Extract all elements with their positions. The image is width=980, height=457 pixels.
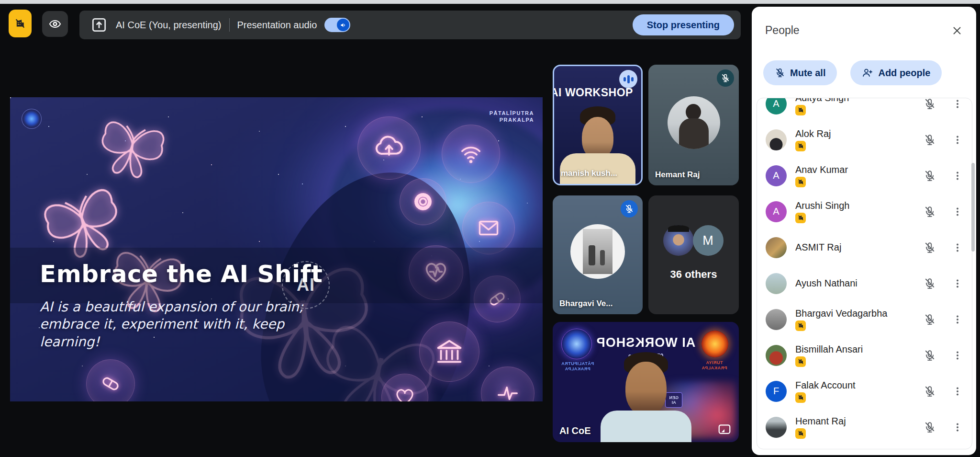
participant-mic-off-button[interactable] <box>923 277 936 290</box>
device-grid-off-badge <box>795 320 806 331</box>
avatar <box>766 417 787 438</box>
device-grid-off-icon <box>797 106 804 114</box>
participant-more-options-button[interactable] <box>951 277 964 290</box>
participant-name: Alok Raj <box>795 128 831 139</box>
participant-row[interactable]: F Falak Account <box>757 373 972 409</box>
participant-more-options-button[interactable] <box>951 349 964 362</box>
participant-mic-off-button[interactable] <box>923 241 936 254</box>
close-panel-button[interactable] <box>948 22 966 39</box>
participant-row[interactable]: Alok Raj <box>757 122 972 158</box>
close-icon <box>951 25 963 36</box>
participant-name: Bismillah Ansari <box>795 344 863 355</box>
participant-more-options-button[interactable] <box>951 421 964 434</box>
stop-presenting-button[interactable]: Stop presenting <box>633 14 734 35</box>
wifi-icon <box>442 125 500 183</box>
video-tile-manish[interactable]: AI WORKSHOP manish kush... <box>553 65 643 185</box>
participant-more-options-button[interactable] <box>951 169 964 183</box>
gear-icon <box>400 178 446 225</box>
divider <box>229 18 230 32</box>
presenting-source-label: AI CoE (You, presenting) <box>116 20 222 31</box>
participant-name: Arushi Singh <box>795 200 849 211</box>
video-tile-hemant[interactable]: Hemant Raj <box>648 65 739 185</box>
list-scrollbar-thumb[interactable] <box>971 163 975 251</box>
device-grid-off-icon <box>797 322 804 329</box>
avatar: A <box>766 98 787 114</box>
slide-logo <box>22 109 42 129</box>
participant-name: Bhargavi Vedagarbha <box>795 308 887 319</box>
device-grid-off-icon <box>797 178 804 185</box>
participant-row[interactable]: Hemant Raj <box>757 409 972 445</box>
participant-row[interactable]: A Aditya Singh <box>757 98 972 122</box>
participant-name: Falak Account <box>795 380 856 391</box>
overflow-tile-others[interactable]: M 36 others <box>648 195 739 314</box>
mic-off-icon <box>924 134 936 146</box>
participant-more-options-button[interactable] <box>951 241 964 254</box>
participant-mic-off-button[interactable] <box>923 169 936 183</box>
avatar-initial: M <box>693 225 724 256</box>
participant-more-options-button[interactable] <box>951 313 964 326</box>
avatar-stack: M <box>663 225 724 257</box>
slide-title: Embrace the AI Shift <box>40 260 323 288</box>
mic-off-icon <box>924 170 936 182</box>
avatar <box>766 129 787 150</box>
more-vertical-icon <box>952 278 963 289</box>
device-grid-off-icon <box>14 17 26 30</box>
turiya-prakalpa-logo <box>702 331 728 357</box>
device-grid-off-icon <box>797 394 804 401</box>
device-grid-off-icon <box>797 358 804 365</box>
bank-icon <box>419 321 479 382</box>
participant-mic-off-button[interactable] <box>923 421 936 434</box>
device-grid-off-badge <box>795 213 806 223</box>
participant-mic-off-button[interactable] <box>923 313 936 326</box>
avatar <box>766 237 787 258</box>
participant-row[interactable] <box>757 445 972 449</box>
participant-more-options-button[interactable] <box>951 385 964 398</box>
panel-title: People <box>765 24 800 37</box>
presentation-audio-label: Presentation audio <box>237 20 317 31</box>
more-vertical-icon <box>952 170 963 182</box>
mic-off-icon <box>775 68 785 78</box>
avatar <box>663 225 694 256</box>
participant-mic-off-button[interactable] <box>923 205 936 218</box>
participant-row[interactable]: Bhargavi Vedagarbha <box>757 301 972 337</box>
device-grid-off-badge <box>795 356 806 367</box>
participant-mic-off-button[interactable] <box>923 349 936 362</box>
more-vertical-icon <box>952 98 963 110</box>
turiya-prakalpa-label: TURIYA PRAKALPA <box>694 360 735 371</box>
device-grid-off-button[interactable] <box>9 10 32 37</box>
participant-list[interactable]: A Aditya Singh Alok Raj <box>757 98 972 449</box>
participant-row[interactable]: A Arushi Singh <box>757 194 972 229</box>
participant-name: Anav Kumar <box>795 164 848 175</box>
device-grid-off-icon <box>797 430 804 437</box>
avatar <box>570 224 625 279</box>
participant-more-options-button[interactable] <box>951 205 964 218</box>
mute-all-button[interactable]: Mute all <box>763 60 837 85</box>
participant-row[interactable]: ASMIT Raj <box>757 229 972 265</box>
slide-subtitle: AI is a beautiful expansion of our brain… <box>40 298 317 351</box>
mic-off-icon <box>621 200 638 217</box>
participant-row[interactable]: Bismillah Ansari <box>757 337 972 373</box>
device-grid-off-icon <box>797 142 804 149</box>
participant-mic-off-button[interactable] <box>923 98 936 111</box>
mic-off-icon <box>924 241 936 254</box>
participant-row[interactable]: Ayush Nathani <box>757 265 972 301</box>
brand-line2: PRAKALPA <box>490 116 534 123</box>
expand-tile-button[interactable] <box>716 422 733 436</box>
device-grid-off-badge <box>795 105 806 115</box>
add-people-button[interactable]: Add people <box>850 60 942 85</box>
participant-row[interactable]: A Anav Kumar <box>757 158 972 194</box>
device-grid-off-icon <box>797 214 804 221</box>
video-tile-bhargavi[interactable]: Bhargavi Ve... <box>553 195 643 314</box>
tile-name-label: manish kush... <box>561 169 617 178</box>
more-vertical-icon <box>952 314 963 325</box>
visibility-button[interactable] <box>42 11 68 37</box>
participant-mic-off-button[interactable] <box>923 133 936 147</box>
participant-mic-off-button[interactable] <box>923 385 936 398</box>
people-panel: People Mute all Add people A Aditya Sing… <box>752 7 976 455</box>
mic-off-icon <box>924 277 936 290</box>
video-tile-ai-coe[interactable]: AI WORKSHOP 07-08 | Patna TURIYA PRAKALP… <box>553 322 739 442</box>
participant-more-options-button[interactable] <box>951 98 964 111</box>
tile-name-label: Bhargavi Ve... <box>559 299 613 308</box>
presentation-audio-toggle[interactable] <box>324 18 350 32</box>
participant-more-options-button[interactable] <box>951 133 964 147</box>
